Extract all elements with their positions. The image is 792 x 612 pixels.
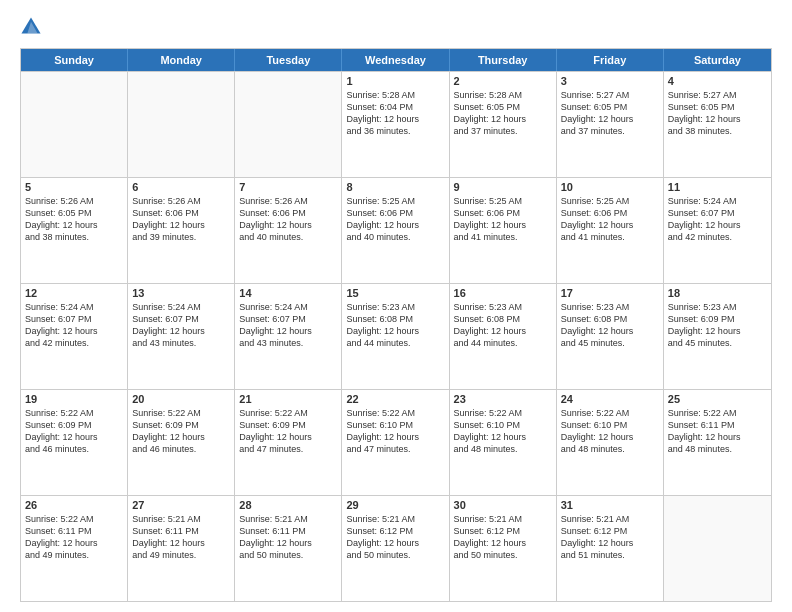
cell-content: Sunrise: 5:23 AM Sunset: 6:08 PM Dayligh… (454, 301, 552, 350)
calendar-header-day: Saturday (664, 49, 771, 71)
calendar-cell: 26Sunrise: 5:22 AM Sunset: 6:11 PM Dayli… (21, 496, 128, 601)
calendar-cell: 9Sunrise: 5:25 AM Sunset: 6:06 PM Daylig… (450, 178, 557, 283)
day-number: 10 (561, 181, 659, 193)
day-number: 16 (454, 287, 552, 299)
day-number: 3 (561, 75, 659, 87)
day-number: 21 (239, 393, 337, 405)
cell-content: Sunrise: 5:22 AM Sunset: 6:11 PM Dayligh… (25, 513, 123, 562)
cell-content: Sunrise: 5:21 AM Sunset: 6:12 PM Dayligh… (561, 513, 659, 562)
calendar-cell: 15Sunrise: 5:23 AM Sunset: 6:08 PM Dayli… (342, 284, 449, 389)
calendar-cell (21, 72, 128, 177)
logo-icon (20, 16, 42, 38)
calendar-cell: 18Sunrise: 5:23 AM Sunset: 6:09 PM Dayli… (664, 284, 771, 389)
day-number: 24 (561, 393, 659, 405)
cell-content: Sunrise: 5:25 AM Sunset: 6:06 PM Dayligh… (561, 195, 659, 244)
cell-content: Sunrise: 5:22 AM Sunset: 6:09 PM Dayligh… (25, 407, 123, 456)
day-number: 30 (454, 499, 552, 511)
calendar-cell: 1Sunrise: 5:28 AM Sunset: 6:04 PM Daylig… (342, 72, 449, 177)
day-number: 12 (25, 287, 123, 299)
calendar-row: 12Sunrise: 5:24 AM Sunset: 6:07 PM Dayli… (21, 283, 771, 389)
calendar-cell: 19Sunrise: 5:22 AM Sunset: 6:09 PM Dayli… (21, 390, 128, 495)
calendar-cell: 14Sunrise: 5:24 AM Sunset: 6:07 PM Dayli… (235, 284, 342, 389)
calendar-header-day: Monday (128, 49, 235, 71)
calendar-cell: 21Sunrise: 5:22 AM Sunset: 6:09 PM Dayli… (235, 390, 342, 495)
calendar-row: 5Sunrise: 5:26 AM Sunset: 6:05 PM Daylig… (21, 177, 771, 283)
logo (20, 16, 46, 38)
cell-content: Sunrise: 5:21 AM Sunset: 6:12 PM Dayligh… (346, 513, 444, 562)
day-number: 13 (132, 287, 230, 299)
calendar-cell: 23Sunrise: 5:22 AM Sunset: 6:10 PM Dayli… (450, 390, 557, 495)
day-number: 20 (132, 393, 230, 405)
cell-content: Sunrise: 5:25 AM Sunset: 6:06 PM Dayligh… (454, 195, 552, 244)
day-number: 7 (239, 181, 337, 193)
calendar-cell (664, 496, 771, 601)
cell-content: Sunrise: 5:22 AM Sunset: 6:09 PM Dayligh… (132, 407, 230, 456)
day-number: 1 (346, 75, 444, 87)
calendar-cell: 5Sunrise: 5:26 AM Sunset: 6:05 PM Daylig… (21, 178, 128, 283)
calendar-cell: 28Sunrise: 5:21 AM Sunset: 6:11 PM Dayli… (235, 496, 342, 601)
calendar-header-day: Wednesday (342, 49, 449, 71)
calendar-cell: 29Sunrise: 5:21 AM Sunset: 6:12 PM Dayli… (342, 496, 449, 601)
cell-content: Sunrise: 5:28 AM Sunset: 6:04 PM Dayligh… (346, 89, 444, 138)
cell-content: Sunrise: 5:22 AM Sunset: 6:10 PM Dayligh… (454, 407, 552, 456)
calendar-cell: 12Sunrise: 5:24 AM Sunset: 6:07 PM Dayli… (21, 284, 128, 389)
day-number: 9 (454, 181, 552, 193)
calendar-row: 19Sunrise: 5:22 AM Sunset: 6:09 PM Dayli… (21, 389, 771, 495)
cell-content: Sunrise: 5:23 AM Sunset: 6:08 PM Dayligh… (561, 301, 659, 350)
day-number: 8 (346, 181, 444, 193)
day-number: 15 (346, 287, 444, 299)
cell-content: Sunrise: 5:22 AM Sunset: 6:10 PM Dayligh… (346, 407, 444, 456)
cell-content: Sunrise: 5:22 AM Sunset: 6:10 PM Dayligh… (561, 407, 659, 456)
cell-content: Sunrise: 5:28 AM Sunset: 6:05 PM Dayligh… (454, 89, 552, 138)
calendar-cell: 3Sunrise: 5:27 AM Sunset: 6:05 PM Daylig… (557, 72, 664, 177)
calendar-body: 1Sunrise: 5:28 AM Sunset: 6:04 PM Daylig… (21, 71, 771, 601)
day-number: 25 (668, 393, 767, 405)
calendar-cell: 31Sunrise: 5:21 AM Sunset: 6:12 PM Dayli… (557, 496, 664, 601)
calendar-cell: 20Sunrise: 5:22 AM Sunset: 6:09 PM Dayli… (128, 390, 235, 495)
day-number: 27 (132, 499, 230, 511)
cell-content: Sunrise: 5:26 AM Sunset: 6:06 PM Dayligh… (239, 195, 337, 244)
calendar-cell: 6Sunrise: 5:26 AM Sunset: 6:06 PM Daylig… (128, 178, 235, 283)
calendar-cell: 11Sunrise: 5:24 AM Sunset: 6:07 PM Dayli… (664, 178, 771, 283)
calendar-header-day: Sunday (21, 49, 128, 71)
day-number: 26 (25, 499, 123, 511)
cell-content: Sunrise: 5:24 AM Sunset: 6:07 PM Dayligh… (668, 195, 767, 244)
day-number: 31 (561, 499, 659, 511)
calendar-header-day: Friday (557, 49, 664, 71)
calendar-cell: 25Sunrise: 5:22 AM Sunset: 6:11 PM Dayli… (664, 390, 771, 495)
cell-content: Sunrise: 5:26 AM Sunset: 6:05 PM Dayligh… (25, 195, 123, 244)
calendar-cell (235, 72, 342, 177)
calendar-header-day: Thursday (450, 49, 557, 71)
calendar-cell: 27Sunrise: 5:21 AM Sunset: 6:11 PM Dayli… (128, 496, 235, 601)
day-number: 22 (346, 393, 444, 405)
cell-content: Sunrise: 5:21 AM Sunset: 6:11 PM Dayligh… (132, 513, 230, 562)
day-number: 6 (132, 181, 230, 193)
calendar-row: 1Sunrise: 5:28 AM Sunset: 6:04 PM Daylig… (21, 71, 771, 177)
day-number: 11 (668, 181, 767, 193)
day-number: 5 (25, 181, 123, 193)
calendar-cell: 2Sunrise: 5:28 AM Sunset: 6:05 PM Daylig… (450, 72, 557, 177)
calendar-cell: 17Sunrise: 5:23 AM Sunset: 6:08 PM Dayli… (557, 284, 664, 389)
calendar-header: SundayMondayTuesdayWednesdayThursdayFrid… (21, 49, 771, 71)
calendar-cell: 13Sunrise: 5:24 AM Sunset: 6:07 PM Dayli… (128, 284, 235, 389)
calendar-cell: 24Sunrise: 5:22 AM Sunset: 6:10 PM Dayli… (557, 390, 664, 495)
calendar-cell: 22Sunrise: 5:22 AM Sunset: 6:10 PM Dayli… (342, 390, 449, 495)
calendar-cell: 8Sunrise: 5:25 AM Sunset: 6:06 PM Daylig… (342, 178, 449, 283)
day-number: 29 (346, 499, 444, 511)
calendar-cell: 10Sunrise: 5:25 AM Sunset: 6:06 PM Dayli… (557, 178, 664, 283)
calendar-row: 26Sunrise: 5:22 AM Sunset: 6:11 PM Dayli… (21, 495, 771, 601)
calendar-cell: 16Sunrise: 5:23 AM Sunset: 6:08 PM Dayli… (450, 284, 557, 389)
day-number: 28 (239, 499, 337, 511)
cell-content: Sunrise: 5:24 AM Sunset: 6:07 PM Dayligh… (239, 301, 337, 350)
cell-content: Sunrise: 5:27 AM Sunset: 6:05 PM Dayligh… (668, 89, 767, 138)
cell-content: Sunrise: 5:24 AM Sunset: 6:07 PM Dayligh… (132, 301, 230, 350)
calendar-cell: 4Sunrise: 5:27 AM Sunset: 6:05 PM Daylig… (664, 72, 771, 177)
calendar: SundayMondayTuesdayWednesdayThursdayFrid… (20, 48, 772, 602)
calendar-cell: 30Sunrise: 5:21 AM Sunset: 6:12 PM Dayli… (450, 496, 557, 601)
day-number: 4 (668, 75, 767, 87)
cell-content: Sunrise: 5:23 AM Sunset: 6:08 PM Dayligh… (346, 301, 444, 350)
calendar-header-day: Tuesday (235, 49, 342, 71)
cell-content: Sunrise: 5:23 AM Sunset: 6:09 PM Dayligh… (668, 301, 767, 350)
cell-content: Sunrise: 5:26 AM Sunset: 6:06 PM Dayligh… (132, 195, 230, 244)
cell-content: Sunrise: 5:22 AM Sunset: 6:09 PM Dayligh… (239, 407, 337, 456)
